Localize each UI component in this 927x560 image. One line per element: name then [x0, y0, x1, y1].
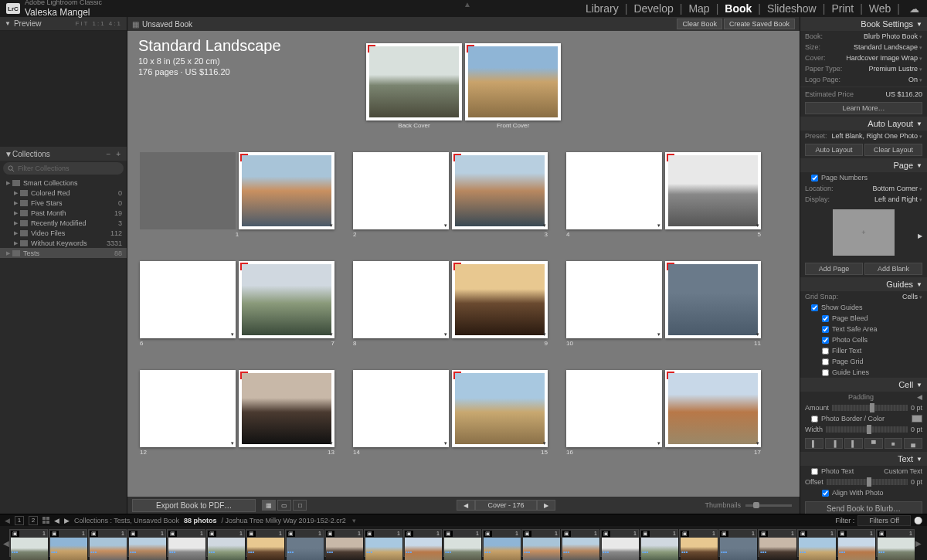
send-to-blurb-button[interactable]: Send Book to Blurb…	[805, 501, 922, 514]
module-develop[interactable]: Develop	[632, 2, 674, 15]
padding-slider[interactable]	[832, 405, 908, 411]
location-dropdown[interactable]: Bottom Corner	[873, 185, 922, 192]
filmstrip[interactable]: ◀ document.write(Array.from({length:23},…	[0, 526, 927, 560]
filmstrip-thumbnail[interactable]: ▣1•••	[403, 529, 442, 557]
page-menu-icon[interactable]: ▾	[444, 331, 447, 338]
paper-dropdown[interactable]: Premium Lustre	[869, 65, 922, 73]
filter-dropdown[interactable]: Filters Off	[857, 515, 911, 526]
page-menu-icon[interactable]: ▾	[657, 222, 660, 229]
align-photo-checkbox[interactable]	[822, 490, 829, 497]
width-slider[interactable]	[826, 426, 908, 433]
display-dropdown[interactable]: Left and Right	[874, 195, 922, 203]
collections-filter-input[interactable]: Filter Collections	[3, 162, 124, 175]
module-book[interactable]: Book	[723, 2, 753, 15]
book-page[interactable]: ▾	[566, 261, 662, 338]
collection-item-selected[interactable]: ▶Tests88	[0, 248, 127, 258]
page-menu-icon[interactable]: ▾	[330, 440, 333, 446]
filmstrip-thumbnail[interactable]: ▣1•••	[640, 529, 678, 557]
page-menu-icon[interactable]: ▾	[657, 440, 660, 446]
next-page-button[interactable]: ▶	[537, 500, 555, 511]
filmstrip-thumbnail[interactable]: ▣1•••	[206, 529, 245, 557]
book-page[interactable]: !▾	[665, 370, 761, 447]
logo-dropdown[interactable]: On	[908, 76, 922, 83]
align-middle-button[interactable]: ■	[885, 438, 903, 449]
cell-header[interactable]: Cell▼	[800, 378, 927, 392]
align-bottom-button[interactable]: ▄	[904, 438, 922, 449]
module-web[interactable]: Web	[868, 2, 893, 15]
filmstrip-thumbnail[interactable]: ▣1•••	[285, 529, 324, 557]
preview-panel-header[interactable]: ▼ Preview FIT 1:1 4:1	[0, 17, 127, 31]
guides-header[interactable]: Guides▼	[800, 277, 927, 291]
book-page[interactable]: ▾	[353, 261, 449, 338]
grid-view-icon[interactable]	[42, 517, 49, 524]
page-layout-preview[interactable]	[833, 209, 895, 256]
preset-dropdown[interactable]: Left Blank, Right One Photo	[831, 132, 922, 140]
page-panel-header[interactable]: Page▼	[800, 158, 927, 172]
align-center-button[interactable]: ▐	[825, 438, 844, 449]
page-menu-icon[interactable]: ▾	[444, 222, 447, 229]
collapse-top-icon[interactable]: ▲	[464, 0, 471, 8]
page-numbers-checkbox[interactable]	[811, 175, 818, 182]
view-single-button[interactable]: □	[293, 500, 307, 511]
preview-zoom-info[interactable]: FIT 1:1 4:1	[75, 20, 122, 27]
back-icon[interactable]: ◀	[54, 517, 59, 524]
page-menu-icon[interactable]: ▾	[756, 331, 759, 338]
collections-panel-header[interactable]: ▼ Collections − +	[0, 147, 127, 161]
book-page[interactable]: ▾	[566, 152, 662, 229]
guide-check[interactable]	[822, 358, 829, 365]
module-slideshow[interactable]: Slideshow	[766, 2, 818, 15]
book-page[interactable]: ▾	[140, 261, 236, 338]
auto-layout-header[interactable]: Auto Layout▼	[800, 117, 927, 131]
book-page[interactable]: ▾	[566, 370, 662, 447]
prev-page-button[interactable]: ◀	[457, 500, 475, 511]
offset-slider[interactable]	[827, 479, 908, 485]
collection-smart-root[interactable]: ▶ Smart Collections	[0, 178, 127, 188]
page-menu-icon[interactable]: ▾	[330, 331, 333, 338]
book-page[interactable]: ▾	[140, 370, 236, 447]
book-settings-header[interactable]: Book Settings▼	[800, 17, 927, 31]
filmstrip-thumbnail[interactable]: ▣1•••	[679, 529, 718, 557]
book-page[interactable]: !▾	[665, 152, 761, 229]
photo-text-dropdown[interactable]: Custom Text	[884, 467, 922, 475]
create-saved-book-button[interactable]: Create Saved Book	[724, 19, 795, 29]
book-page[interactable]: !▾	[239, 261, 334, 338]
filmstrip-thumbnail[interactable]: ▣1•••	[49, 529, 87, 557]
book-page[interactable]: !▾	[239, 152, 334, 229]
align-left-button[interactable]: ▌	[805, 438, 823, 449]
collection-item[interactable]: ▶Five Stars0	[0, 198, 127, 208]
book-type-dropdown[interactable]: Blurb Photo Book	[864, 32, 922, 40]
chevron-left-icon[interactable]: ◀	[5, 517, 10, 524]
filmstrip-thumbnail[interactable]: ▣1•••	[324, 529, 363, 557]
show-guides-checkbox[interactable]	[811, 304, 818, 311]
book-page[interactable]: !▾	[452, 370, 548, 447]
page-menu-icon[interactable]: ▾	[543, 222, 546, 229]
guide-check[interactable]	[822, 369, 829, 376]
filmstrip-thumbnail[interactable]: ▣1•••	[9, 529, 48, 557]
book-page[interactable]: !▾	[239, 370, 334, 447]
monitor-1-button[interactable]: 1	[15, 516, 24, 525]
filmstrip-thumbnail[interactable]: ▣1•••	[127, 529, 166, 557]
color-swatch[interactable]	[912, 415, 922, 423]
module-library[interactable]: Library	[584, 2, 620, 15]
expand-icon[interactable]: ◀	[917, 393, 922, 401]
learn-more-button[interactable]: Learn More…	[805, 102, 922, 114]
book-page[interactable]: ▾	[353, 370, 449, 447]
page-menu-icon[interactable]: ▾	[330, 222, 333, 229]
collection-item[interactable]: ▶Colored Red0	[0, 188, 127, 198]
filmstrip-thumbnail[interactable]: ▣1•••	[837, 529, 875, 557]
add-blank-button[interactable]: Add Blank	[864, 263, 922, 275]
filmstrip-thumbnail[interactable]: ▣1•••	[561, 529, 599, 557]
filmstrip-thumbnail[interactable]: ▣1•••	[797, 529, 836, 557]
forward-icon[interactable]: ▶	[64, 517, 70, 524]
collection-item[interactable]: ▶Video Files112	[0, 228, 127, 238]
page-menu-icon[interactable]: ▾	[231, 331, 234, 338]
book-page[interactable]: !▾	[452, 261, 548, 338]
clear-book-button[interactable]: Clear Book	[677, 19, 722, 29]
filmstrip-thumbnail[interactable]: ▣1•••	[167, 529, 205, 557]
front-cover-page[interactable]: !	[465, 43, 561, 120]
layout-arrow-button[interactable]: ▶	[918, 232, 922, 239]
page-menu-icon[interactable]: ▾	[756, 440, 759, 446]
photo-border-checkbox[interactable]	[811, 416, 818, 423]
book-page[interactable]: ▾	[353, 152, 449, 229]
add-page-button[interactable]: Add Page	[805, 263, 863, 275]
